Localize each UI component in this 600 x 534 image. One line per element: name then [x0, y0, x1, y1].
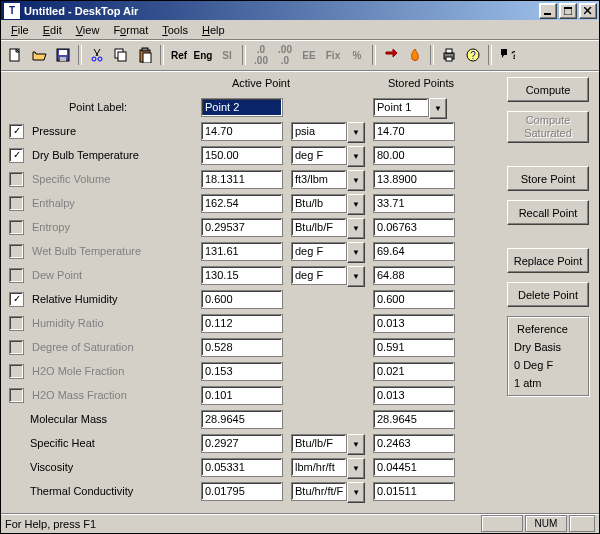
active-viscosity-input[interactable]: 0.05331 [201, 458, 283, 477]
chevron-down-icon[interactable]: ▼ [347, 218, 365, 239]
active-humratio-input[interactable]: 0.112 [201, 314, 283, 333]
menu-edit[interactable]: Edit [37, 22, 68, 38]
chevron-down-icon[interactable]: ▼ [347, 434, 365, 455]
compute-button[interactable]: Compute [507, 77, 589, 102]
fix-button[interactable]: Fix [322, 44, 344, 66]
checkbox-relhum[interactable]: ✓ [9, 292, 24, 307]
swap-button[interactable] [380, 44, 402, 66]
chevron-down-icon[interactable]: ▼ [347, 170, 365, 191]
compute-saturated-button[interactable]: ComputeSaturated [507, 111, 589, 143]
dec-dec-button[interactable]: .00.0 [274, 44, 296, 66]
checkbox-drybulb[interactable]: ✓ [9, 148, 24, 163]
stored-viscosity-input[interactable]: 0.04451 [373, 458, 455, 477]
active-specheat-input[interactable]: 0.2927 [201, 434, 283, 453]
stored-entropy-input[interactable]: 0.06763 [373, 218, 455, 237]
active-entropy-input[interactable]: 0.29537 [201, 218, 283, 237]
chevron-down-icon[interactable]: ▼ [429, 98, 447, 119]
active-point-label-input[interactable]: Point 2 [201, 98, 283, 117]
checkbox-pressure[interactable]: ✓ [9, 124, 24, 139]
stored-humratio-input[interactable]: 0.013 [373, 314, 455, 333]
ref-button[interactable]: Ref [168, 44, 190, 66]
menu-view[interactable]: View [70, 22, 106, 38]
ee-button[interactable]: EE [298, 44, 320, 66]
checkbox-h2omass[interactable] [9, 388, 24, 403]
recall-point-button[interactable]: Recall Point [507, 200, 589, 225]
unit-enthalpy[interactable]: Btu/lb▼ [291, 194, 365, 213]
open-button[interactable] [28, 44, 50, 66]
chevron-down-icon[interactable]: ▼ [347, 146, 365, 167]
stored-thermcond-input[interactable]: 0.01511 [373, 482, 455, 501]
eng-button[interactable]: Eng [192, 44, 214, 66]
context-help-button[interactable]: ? [496, 44, 518, 66]
chevron-down-icon[interactable]: ▼ [347, 242, 365, 263]
maximize-button[interactable] [559, 3, 577, 19]
menu-tools[interactable]: Tools [156, 22, 194, 38]
stored-molmass-input[interactable]: 28.9645 [373, 410, 455, 429]
stored-degsat-input[interactable]: 0.591 [373, 338, 455, 357]
stored-relhum-input[interactable]: 0.600 [373, 290, 455, 309]
paste-button[interactable] [134, 44, 156, 66]
fire-button[interactable] [404, 44, 426, 66]
chevron-down-icon[interactable]: ▼ [347, 194, 365, 215]
unit-wetbulb[interactable]: deg F▼ [291, 242, 365, 261]
stored-wetbulb-input[interactable]: 69.64 [373, 242, 455, 261]
stored-point-combo[interactable]: Point 1▼ [373, 98, 447, 117]
dec-inc-button[interactable]: .0.00 [250, 44, 272, 66]
checkbox-entropy[interactable] [9, 220, 24, 235]
unit-pressure[interactable]: psia▼ [291, 122, 365, 141]
stored-h2omole-input[interactable]: 0.021 [373, 362, 455, 381]
stored-h2omass-input[interactable]: 0.013 [373, 386, 455, 405]
chevron-down-icon[interactable]: ▼ [347, 266, 365, 287]
active-thermcond-input[interactable]: 0.01795 [201, 482, 283, 501]
replace-point-button[interactable]: Replace Point [507, 248, 589, 273]
active-wetbulb-input[interactable]: 131.61 [201, 242, 283, 261]
si-button[interactable]: SI [216, 44, 238, 66]
active-molmass-input[interactable]: 28.9645 [201, 410, 283, 429]
close-button[interactable] [579, 3, 597, 19]
unit-specheat[interactable]: Btu/lb/F▼ [291, 434, 365, 453]
active-specvol-input[interactable]: 18.1311 [201, 170, 283, 189]
unit-viscosity[interactable]: lbm/hr/ft▼ [291, 458, 365, 477]
help-button[interactable]: ? [462, 44, 484, 66]
active-h2omass-input[interactable]: 0.101 [201, 386, 283, 405]
copy-button[interactable] [110, 44, 132, 66]
checkbox-dewpoint[interactable] [9, 268, 24, 283]
unit-dewpoint[interactable]: deg F▼ [291, 266, 365, 285]
delete-point-button[interactable]: Delete Point [507, 282, 589, 307]
checkbox-h2omole[interactable] [9, 364, 24, 379]
checkbox-degsat[interactable] [9, 340, 24, 355]
save-button[interactable] [52, 44, 74, 66]
minimize-button[interactable] [539, 3, 557, 19]
menu-file[interactable]: File [5, 22, 35, 38]
active-h2omole-input[interactable]: 0.153 [201, 362, 283, 381]
checkbox-specvol[interactable] [9, 172, 24, 187]
unit-drybulb[interactable]: deg F▼ [291, 146, 365, 165]
stored-dewpoint-input[interactable]: 64.88 [373, 266, 455, 285]
active-relhum-input[interactable]: 0.600 [201, 290, 283, 309]
store-point-button[interactable]: Store Point [507, 166, 589, 191]
chevron-down-icon[interactable]: ▼ [347, 122, 365, 143]
stored-enthalpy-input[interactable]: 33.71 [373, 194, 455, 213]
active-degsat-input[interactable]: 0.528 [201, 338, 283, 357]
percent-button[interactable]: % [346, 44, 368, 66]
new-button[interactable] [4, 44, 26, 66]
checkbox-enthalpy[interactable] [9, 196, 24, 211]
active-dewpoint-input[interactable]: 130.15 [201, 266, 283, 285]
stored-specheat-input[interactable]: 0.2463 [373, 434, 455, 453]
menu-format[interactable]: Format [107, 22, 154, 38]
checkbox-humratio[interactable] [9, 316, 24, 331]
unit-thermcond[interactable]: Btu/hr/ft/F▼ [291, 482, 365, 501]
active-pressure-input[interactable]: 14.70 [201, 122, 283, 141]
cut-button[interactable] [86, 44, 108, 66]
chevron-down-icon[interactable]: ▼ [347, 458, 365, 479]
print-button[interactable] [438, 44, 460, 66]
stored-drybulb-input[interactable]: 80.00 [373, 146, 455, 165]
checkbox-wetbulb[interactable] [9, 244, 24, 259]
stored-specvol-input[interactable]: 13.8900 [373, 170, 455, 189]
menu-help[interactable]: Help [196, 22, 231, 38]
stored-pressure-input[interactable]: 14.70 [373, 122, 455, 141]
unit-entropy[interactable]: Btu/lb/F▼ [291, 218, 365, 237]
chevron-down-icon[interactable]: ▼ [347, 482, 365, 503]
active-enthalpy-input[interactable]: 162.54 [201, 194, 283, 213]
unit-specvol[interactable]: ft3/lbm▼ [291, 170, 365, 189]
